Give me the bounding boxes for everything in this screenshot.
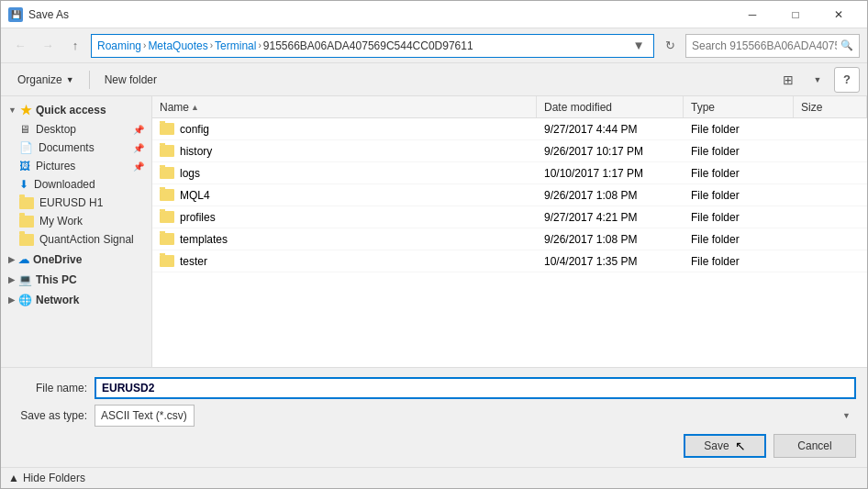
filename-row: File name: xyxy=(12,377,856,399)
breadcrumb-terminal[interactable]: Terminal xyxy=(215,39,256,52)
sidebar-item-my-work[interactable]: My Work xyxy=(1,212,151,230)
organize-button[interactable]: Organize ▼ xyxy=(8,67,83,93)
address-box[interactable]: Roaming › MetaQuotes › Terminal › 915566… xyxy=(91,34,654,58)
pc-icon: 💻 xyxy=(18,273,32,286)
file-cell-size xyxy=(794,260,867,263)
file-cell-type: File folder xyxy=(684,231,794,248)
breadcrumb-metaquotes[interactable]: MetaQuotes xyxy=(148,39,207,52)
sidebar-section-onedrive: ▶ ☁ OneDrive xyxy=(1,250,151,269)
file-cell-type: File folder xyxy=(684,165,794,182)
file-cell-size xyxy=(794,172,867,175)
sidebar-item-label: QuantAction Signal xyxy=(39,233,134,246)
maximize-button[interactable]: □ xyxy=(774,1,817,28)
file-cell-name: profiles xyxy=(152,209,537,226)
documents-icon: 📄 xyxy=(19,141,33,154)
folder-icon xyxy=(160,255,174,267)
network-icon: 🌐 xyxy=(18,294,32,306)
hide-folders-chevron: ▲ xyxy=(8,472,19,484)
file-cell-name: history xyxy=(152,143,537,160)
sidebar-header-onedrive[interactable]: ▶ ☁ OneDrive xyxy=(1,250,151,269)
window-icon: 💾 xyxy=(8,7,23,22)
column-header-type[interactable]: Type xyxy=(684,96,794,117)
sidebar-section-quick-access: ▼ ★ Quick access 🖥 Desktop 📌 📄 Documents… xyxy=(1,100,151,249)
sidebar-section-this-pc: ▶ 💻 This PC xyxy=(1,271,151,289)
sort-arrow-icon: ▲ xyxy=(191,103,199,112)
file-cell-date: 9/27/2017 4:44 PM xyxy=(537,121,684,138)
filename-input[interactable] xyxy=(95,377,856,399)
chevron-right-icon: ▶ xyxy=(8,295,15,305)
file-cell-type: File folder xyxy=(684,121,794,138)
file-cell-size xyxy=(794,128,867,131)
file-list: Name ▲ Date modified Type Size config xyxy=(152,96,867,367)
save-as-dialog: 💾 Save As ─ □ ✕ ← → ↑ Roaming › MetaQuot… xyxy=(0,0,868,489)
search-input[interactable] xyxy=(692,39,837,52)
minimize-button[interactable]: ─ xyxy=(731,1,773,28)
address-dropdown-button[interactable]: ▼ xyxy=(629,34,648,58)
folder-icon xyxy=(160,211,174,223)
sidebar-item-pictures[interactable]: 🖼 Pictures 📌 xyxy=(1,157,151,175)
column-header-date[interactable]: Date modified xyxy=(537,96,684,117)
table-row[interactable]: profiles 9/27/2017 4:21 PM File folder xyxy=(152,206,867,228)
breadcrumb: Roaming › MetaQuotes › Terminal › 915566… xyxy=(97,39,626,52)
sidebar-item-eurusd-h1[interactable]: EURUSD H1 xyxy=(1,194,151,212)
view-dropdown-button[interactable]: ▼ xyxy=(805,67,830,93)
onedrive-label: OneDrive xyxy=(33,253,82,266)
chevron-down-icon: ▼ xyxy=(8,106,17,115)
folder-icon xyxy=(19,197,34,209)
folder-icon xyxy=(160,145,174,157)
file-cell-size xyxy=(794,216,867,219)
pin-icon: 📌 xyxy=(133,161,144,172)
up-button[interactable]: ↑ xyxy=(63,34,87,58)
table-row[interactable]: tester 10/4/2017 1:35 PM File folder xyxy=(152,250,867,272)
column-header-name[interactable]: Name ▲ xyxy=(152,96,537,117)
folder-icon xyxy=(160,233,174,245)
file-cell-type: File folder xyxy=(684,187,794,204)
chevron-right-icon: ▶ xyxy=(8,275,15,284)
file-cell-date: 9/26/2017 10:17 PM xyxy=(537,143,684,160)
hide-folders-button[interactable]: ▲ Hide Folders xyxy=(1,468,867,488)
forward-button[interactable]: → xyxy=(36,34,60,58)
cancel-button[interactable]: Cancel xyxy=(773,434,856,458)
search-box[interactable]: 🔍 xyxy=(685,34,860,58)
sidebar: ▼ ★ Quick access 🖥 Desktop 📌 📄 Documents… xyxy=(1,96,152,367)
folder-icon xyxy=(19,234,34,246)
sidebar-header-this-pc[interactable]: ▶ 💻 This PC xyxy=(1,271,151,289)
breadcrumb-roaming[interactable]: Roaming xyxy=(97,39,141,52)
view-button[interactable]: ⊞ xyxy=(775,67,801,93)
sidebar-item-downloaded[interactable]: ⬇ Downloaded xyxy=(1,175,151,194)
file-cell-date: 10/4/2017 1:35 PM xyxy=(537,253,684,270)
file-rows: config 9/27/2017 4:44 PM File folder his… xyxy=(152,118,867,367)
column-header-size[interactable]: Size xyxy=(794,96,867,117)
table-row[interactable]: history 9/26/2017 10:17 PM File folder xyxy=(152,140,867,162)
file-cell-name: templates xyxy=(152,231,537,248)
sidebar-header-network[interactable]: ▶ 🌐 Network xyxy=(1,291,151,309)
sidebar-item-documents[interactable]: 📄 Documents 📌 xyxy=(1,139,151,157)
save-button[interactable]: Save ↖ xyxy=(684,434,766,458)
table-row[interactable]: MQL4 9/26/2017 1:08 PM File folder xyxy=(152,184,867,206)
savetype-select[interactable]: ASCII Text (*.csv) CSV (*.csv) Text (*.t… xyxy=(95,405,195,427)
onedrive-icon: ☁ xyxy=(18,253,29,266)
table-row[interactable]: logs 10/10/2017 1:17 PM File folder xyxy=(152,162,867,184)
file-cell-size xyxy=(794,194,867,197)
folder-icon xyxy=(160,189,174,201)
close-button[interactable]: ✕ xyxy=(818,1,860,28)
sidebar-item-quantaction[interactable]: QuantAction Signal xyxy=(1,230,151,249)
bottom-panel: File name: Save as type: ASCII Text (*.c… xyxy=(1,367,867,467)
sidebar-item-desktop[interactable]: 🖥 Desktop 📌 xyxy=(1,120,151,139)
help-button[interactable]: ? xyxy=(834,67,860,93)
main-content: ▼ ★ Quick access 🖥 Desktop 📌 📄 Documents… xyxy=(1,96,867,367)
sidebar-header-quick-access[interactable]: ▼ ★ Quick access xyxy=(1,100,151,120)
file-list-header: Name ▲ Date modified Type Size xyxy=(152,96,867,118)
folder-icon xyxy=(160,167,174,179)
file-cell-size xyxy=(794,238,867,241)
refresh-button[interactable]: ↻ xyxy=(658,34,682,58)
table-row[interactable]: templates 9/26/2017 1:08 PM File folder xyxy=(152,228,867,250)
chevron-right-icon: ▶ xyxy=(8,255,15,264)
back-button[interactable]: ← xyxy=(8,34,32,58)
file-cell-type: File folder xyxy=(684,209,794,226)
table-row[interactable]: config 9/27/2017 4:44 PM File folder xyxy=(152,118,867,140)
quick-access-label: Quick access xyxy=(36,104,106,117)
new-folder-button[interactable]: New folder xyxy=(95,67,166,93)
sidebar-item-label: Pictures xyxy=(36,160,75,172)
file-cell-date: 9/26/2017 1:08 PM xyxy=(537,187,684,204)
